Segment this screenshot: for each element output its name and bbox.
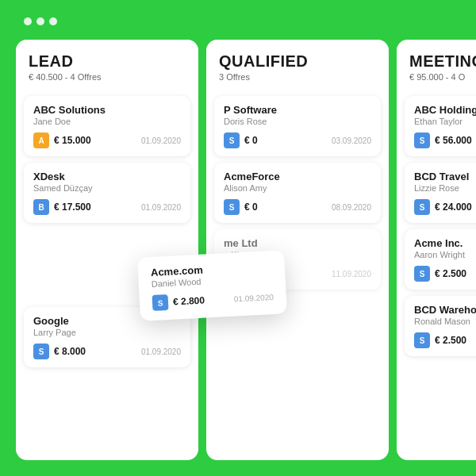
column-lead: LEAD € 40.500 - 4 Offres ABC Solutions J…: [16, 40, 198, 460]
card-amount: € 2.800: [173, 295, 205, 308]
column-meeting-subtitle: € 95.000 - 4 O: [409, 72, 476, 82]
dot-3: [49, 17, 57, 25]
card-amount-group: S € 24.000: [414, 199, 472, 215]
card-bcd-warehouse[interactable]: BCD Warehou Ronald Mason S € 2.500: [405, 296, 476, 356]
card-amount-group: S € 56.000: [414, 132, 472, 148]
column-meeting-title: MEETING: [409, 52, 476, 71]
card-amount: € 0: [244, 135, 258, 146]
card-abc-solutions[interactable]: ABC Solutions Jane Doe A € 15.000 01.09.…: [24, 96, 190, 156]
avatar-badge: B: [33, 199, 49, 215]
avatar-badge: A: [33, 132, 49, 148]
card-bcd-travel[interactable]: BCD Travel Lizzie Rose S € 24.000: [405, 163, 476, 223]
avatar-badge: S: [414, 132, 430, 148]
column-qualified-subtitle: 3 Offres: [219, 72, 376, 82]
column-qualified: QUALIFIED 3 Offres P Software Doris Rose…: [206, 40, 389, 460]
card-amount-group: B € 17.500: [33, 199, 91, 215]
card-amount-group: S € 2.800: [152, 293, 205, 311]
card-amount: € 24.000: [435, 202, 472, 213]
card-date: 11.09.2020: [332, 270, 371, 278]
avatar-badge: S: [224, 199, 240, 215]
column-lead-header: LEAD € 40.500 - 4 Offres: [16, 40, 198, 90]
card-amount: € 2.500: [435, 335, 466, 346]
kanban-board: LEAD € 40.500 - 4 Offres ABC Solutions J…: [16, 40, 476, 460]
card-amount: € 15.000: [54, 135, 91, 146]
card-date: 03.09.2020: [332, 136, 371, 145]
card-company: ABC Holding: [414, 104, 476, 116]
card-amount-group: S € 2.500: [414, 266, 466, 282]
window-dots: [24, 17, 57, 25]
card-amount-group: S € 2.500: [414, 332, 466, 348]
card-date: 01.09.2020: [141, 203, 181, 212]
card-footer: S € 8.000 01.09.2020: [33, 344, 181, 359]
card-footer: S € 2.500: [414, 266, 476, 282]
card-person: Doris Rose: [224, 117, 371, 126]
column-qualified-header: QUALIFIED 3 Offres: [206, 40, 389, 90]
card-date: 01.09.2020: [234, 292, 274, 303]
card-amount-group: S € 8.000: [33, 344, 86, 359]
card-acme-inc[interactable]: Acme Inc. Aaron Wright S € 2.500: [405, 229, 476, 290]
card-person: Jane Doe: [33, 117, 181, 126]
card-date: 01.09.2020: [141, 347, 181, 356]
card-amount: € 2.500: [435, 268, 466, 279]
card-person: Larry Page: [33, 328, 181, 337]
card-person: Ethan Taylor: [414, 117, 476, 126]
card-amount: € 8.000: [54, 346, 86, 357]
avatar-badge: S: [414, 332, 430, 348]
card-company: ABC Solutions: [33, 104, 181, 116]
card-amount: € 56.000: [435, 135, 472, 146]
avatar-badge: S: [33, 344, 49, 359]
card-date: 01.09.2020: [141, 136, 181, 145]
card-footer: S € 0 08.09.2020: [224, 199, 371, 215]
card-abc-holding[interactable]: ABC Holding Ethan Taylor S € 56.000: [405, 96, 476, 156]
avatar-badge: S: [414, 266, 430, 282]
card-person: Alison Amy: [224, 183, 371, 193]
card-person: Samed Düzçay: [33, 183, 181, 193]
card-date: 08.09.2020: [332, 203, 371, 212]
column-meeting: MEETING € 95.000 - 4 O ABC Holding Ethan…: [397, 40, 476, 460]
card-footer: S € 24.000: [414, 199, 476, 215]
card-company: BCD Travel: [414, 171, 476, 182]
card-company: AcmeForce: [224, 171, 371, 182]
card-p-software[interactable]: P Software Doris Rose S € 0 03.09.2020: [214, 96, 381, 156]
card-xdesk[interactable]: XDesk Samed Düzçay B € 17.500 01.09.2020: [24, 163, 190, 223]
card-person: Lizzie Rose: [414, 183, 476, 193]
card-amount-group: S € 0: [224, 132, 258, 148]
card-amount-group: S € 0: [224, 199, 258, 215]
card-company: BCD Warehou: [414, 304, 476, 316]
dot-1: [24, 17, 32, 25]
dot-2: [36, 17, 44, 25]
avatar-badge: S: [152, 294, 169, 311]
card-company: me Ltd: [224, 237, 371, 249]
card-footer: S € 56.000: [414, 132, 476, 148]
card-footer: B € 17.500 01.09.2020: [33, 199, 181, 215]
card-company: Acme Inc.: [414, 237, 476, 249]
column-lead-title: LEAD: [29, 52, 186, 71]
floating-card-footer: S € 2.800 01.09.2020: [152, 289, 274, 311]
avatar-badge: S: [414, 199, 430, 215]
floating-card[interactable]: Acme.com Daniel Wood S € 2.800 01.09.202…: [137, 250, 287, 321]
card-footer: A € 15.000 01.09.2020: [33, 132, 181, 148]
card-footer: S € 0 03.09.2020: [224, 132, 371, 148]
card-person: Ronald Mason: [414, 317, 476, 326]
card-person: Aaron Wright: [414, 250, 476, 259]
column-qualified-title: QUALIFIED: [219, 52, 376, 71]
card-amount-group: A € 15.000: [33, 132, 91, 148]
column-meeting-header: MEETING € 95.000 - 4 O: [397, 40, 476, 90]
avatar-badge: S: [224, 132, 240, 148]
card-company: XDesk: [33, 171, 181, 182]
card-footer: S € 2.500: [414, 332, 476, 348]
card-acmeforce[interactable]: AcmeForce Alison Amy S € 0 08.09.2020: [214, 163, 381, 223]
card-amount: € 17.500: [54, 202, 91, 213]
column-lead-subtitle: € 40.500 - 4 Offres: [29, 72, 186, 82]
card-amount: € 0: [244, 202, 258, 213]
column-meeting-cards: ABC Holding Ethan Taylor S € 56.000 BCD …: [397, 90, 476, 460]
card-company: P Software: [224, 104, 371, 116]
